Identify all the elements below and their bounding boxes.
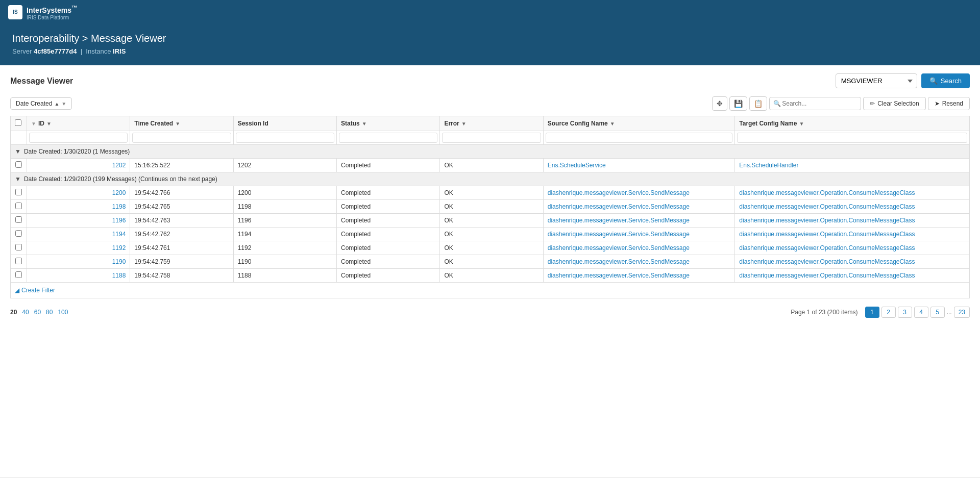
- id-link[interactable]: 1188: [112, 272, 126, 279]
- namespace-select[interactable]: MSGVIEWER: [836, 73, 917, 88]
- export-icon-button[interactable]: 💾: [729, 96, 747, 111]
- row-checkbox[interactable]: [15, 216, 22, 223]
- sort-icon-target[interactable]: ▼: [799, 121, 804, 127]
- id-link[interactable]: 1190: [112, 258, 126, 265]
- copy-icon-button[interactable]: 📋: [749, 96, 767, 111]
- cell-id: 1192: [27, 241, 130, 255]
- cell-source-config: Ens.ScheduleService: [543, 159, 735, 172]
- search-button[interactable]: 🔍 Search: [921, 73, 970, 88]
- filter-id-input[interactable]: [29, 133, 128, 143]
- page-button-1[interactable]: 1: [865, 307, 879, 318]
- cell-session-id: 1190: [233, 255, 336, 269]
- row-checkbox[interactable]: [15, 244, 22, 250]
- target-config-link[interactable]: diashenrique.messageviewer.Operation.Con…: [739, 189, 915, 196]
- pagination-bar: 20406080100 Page 1 of 23 (200 items) 123…: [10, 305, 970, 320]
- page-button-2[interactable]: 2: [881, 307, 896, 318]
- th-target-config: Target Config Name ▼: [735, 116, 970, 131]
- page-size-80[interactable]: 80: [46, 309, 53, 316]
- filter-status-col: [337, 131, 440, 145]
- source-config-link[interactable]: diashenrique.messageviewer.Service.SendM…: [548, 258, 690, 265]
- group-chevron[interactable]: ▼: [15, 148, 21, 155]
- id-link[interactable]: 1200: [112, 189, 126, 196]
- row-checkbox[interactable]: [15, 161, 22, 168]
- table-search-input[interactable]: [769, 97, 861, 110]
- table-search-wrap: 🔍: [769, 97, 861, 110]
- expand-icon-button[interactable]: ✥: [712, 96, 727, 111]
- cell-time-created: 19:54:42.762: [130, 228, 233, 241]
- filter-error-input[interactable]: [442, 133, 541, 143]
- breadcrumb: Interoperability > Message Viewer: [12, 33, 968, 44]
- filter-target-input[interactable]: [737, 133, 967, 143]
- page-button-23[interactable]: 23: [954, 307, 970, 318]
- filter-icon-id[interactable]: ▼: [31, 121, 36, 127]
- source-config-link[interactable]: diashenrique.messageviewer.Service.SendM…: [548, 217, 690, 224]
- row-checkbox[interactable]: [15, 203, 22, 209]
- id-link[interactable]: 1202: [112, 162, 126, 169]
- group-chevron[interactable]: ▼: [15, 175, 21, 183]
- page-button-3[interactable]: 3: [898, 307, 912, 318]
- row-checkbox-cell: [11, 255, 27, 269]
- sort-icon-id[interactable]: ▼: [46, 121, 52, 127]
- id-link[interactable]: 1196: [112, 217, 126, 224]
- page-size-60[interactable]: 60: [34, 309, 41, 316]
- sort-icon-status[interactable]: ▼: [362, 121, 367, 127]
- page-size-40[interactable]: 40: [22, 309, 29, 316]
- column-filter-row: [11, 131, 970, 145]
- row-checkbox[interactable]: [15, 230, 22, 237]
- clear-selection-icon: ✏: [870, 100, 875, 107]
- cell-time-created: 15:16:25.522: [130, 159, 233, 172]
- filter-session-input[interactable]: [236, 133, 334, 143]
- filter-status-input[interactable]: [339, 133, 437, 143]
- row-checkbox[interactable]: [15, 271, 22, 278]
- sort-icon-source[interactable]: ▼: [610, 121, 615, 127]
- cell-time-created: 19:54:42.758: [130, 269, 233, 283]
- create-filter-link[interactable]: ◢ Create Filter: [15, 287, 965, 294]
- cell-error: OK: [440, 228, 543, 241]
- filter-source-input[interactable]: [546, 133, 733, 143]
- cell-id: 1194: [27, 228, 130, 241]
- cell-id: 1190: [27, 255, 130, 269]
- resend-button[interactable]: ➤ Resend: [928, 97, 970, 110]
- logo-icon: IS: [8, 5, 22, 19]
- source-config-link[interactable]: diashenrique.messageviewer.Service.SendM…: [548, 244, 690, 251]
- filter-bar: Date Created ▲ ▼ ✥ 💾 📋 🔍 ✏ Clear Selecti…: [10, 96, 970, 111]
- cell-error: OK: [440, 241, 543, 255]
- target-config-link[interactable]: diashenrique.messageviewer.Operation.Con…: [739, 217, 915, 224]
- target-config-link[interactable]: Ens.ScheduleHandler: [739, 162, 798, 169]
- row-checkbox-cell: [11, 269, 27, 283]
- cell-source-config: diashenrique.messageviewer.Service.SendM…: [543, 228, 735, 241]
- source-config-link[interactable]: diashenrique.messageviewer.Service.SendM…: [548, 189, 690, 196]
- target-config-link[interactable]: diashenrique.messageviewer.Operation.Con…: [739, 231, 915, 238]
- source-config-link[interactable]: diashenrique.messageviewer.Service.SendM…: [548, 272, 690, 279]
- id-link[interactable]: 1194: [112, 231, 126, 238]
- source-config-link[interactable]: diashenrique.messageviewer.Service.SendM…: [548, 203, 690, 210]
- th-id-label: ID: [38, 120, 44, 127]
- date-created-filter[interactable]: Date Created ▲ ▼: [10, 97, 72, 110]
- select-all-checkbox[interactable]: [15, 119, 21, 126]
- id-link[interactable]: 1192: [112, 244, 126, 251]
- target-config-link[interactable]: diashenrique.messageviewer.Operation.Con…: [739, 258, 915, 265]
- source-config-link[interactable]: Ens.ScheduleService: [548, 162, 606, 169]
- cell-status: Completed: [337, 214, 440, 228]
- sort-icon-time[interactable]: ▼: [175, 121, 180, 127]
- target-config-link[interactable]: diashenrique.messageviewer.Operation.Con…: [739, 203, 915, 210]
- page-button-4[interactable]: 4: [914, 307, 928, 318]
- filter-checkbox-col: [11, 131, 27, 145]
- page-size-20[interactable]: 20: [10, 309, 17, 316]
- th-source-config-label: Source Config Name: [548, 120, 608, 127]
- page-size-100[interactable]: 100: [58, 309, 68, 316]
- target-config-link[interactable]: diashenrique.messageviewer.Operation.Con…: [739, 272, 915, 279]
- filter-time-input[interactable]: [132, 133, 231, 143]
- cell-time-created: 19:54:42.766: [130, 186, 233, 200]
- sort-filter-icon[interactable]: ▼: [61, 101, 66, 107]
- id-link[interactable]: 1198: [112, 203, 126, 210]
- brand-info: InterSystems™ IRIS Data Platform: [27, 4, 78, 20]
- row-checkbox[interactable]: [15, 258, 22, 264]
- page-button-5[interactable]: 5: [930, 307, 945, 318]
- sort-icon-error[interactable]: ▼: [461, 121, 467, 127]
- clear-selection-button[interactable]: ✏ Clear Selection: [863, 97, 925, 110]
- row-checkbox[interactable]: [15, 189, 22, 195]
- source-config-link[interactable]: diashenrique.messageviewer.Service.SendM…: [548, 231, 690, 238]
- target-config-link[interactable]: diashenrique.messageviewer.Operation.Con…: [739, 244, 915, 251]
- cell-target-config: diashenrique.messageviewer.Operation.Con…: [735, 186, 970, 200]
